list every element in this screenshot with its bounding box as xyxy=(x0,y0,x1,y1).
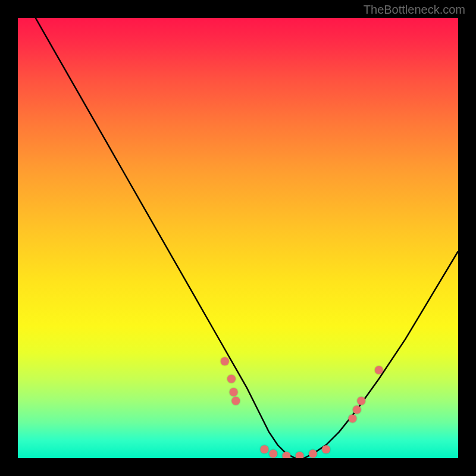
data-marker xyxy=(230,388,238,396)
bottleneck-curve-path xyxy=(36,18,458,458)
data-marker xyxy=(309,450,317,458)
data-marker xyxy=(231,397,240,405)
data-marker xyxy=(296,452,304,458)
data-marker xyxy=(227,375,236,383)
data-marker xyxy=(322,445,330,453)
data-marker xyxy=(375,366,383,374)
chart-plot-area xyxy=(18,18,458,458)
data-marker xyxy=(269,450,277,458)
data-marker xyxy=(221,357,229,365)
chart-svg xyxy=(18,18,458,458)
data-marker xyxy=(348,414,356,422)
watermark-text: TheBottleneck.com xyxy=(364,3,465,17)
data-markers-group xyxy=(221,357,383,458)
data-marker xyxy=(282,452,290,458)
data-marker xyxy=(353,406,361,414)
data-marker xyxy=(357,397,365,405)
data-marker xyxy=(260,445,268,453)
